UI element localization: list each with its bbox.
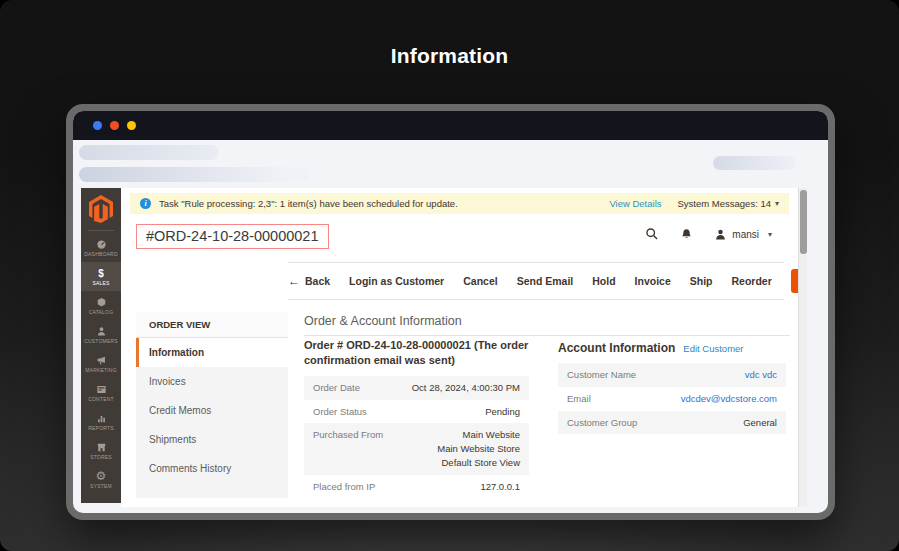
account-info-table: Customer Name vdc vdc Email vdcdev@vdcst…	[558, 363, 786, 434]
page-header: #ORD-24-10-28-00000021 mansi	[121, 214, 798, 262]
reports-icon	[96, 412, 107, 424]
nav-item-credit-memos[interactable]: Credit Memos	[136, 396, 288, 425]
nav-item-invoices[interactable]: Invoices	[136, 367, 288, 396]
customer-name-link[interactable]: vdc vdc	[745, 368, 777, 382]
row-label: Order Status	[313, 405, 367, 419]
page-title: Information	[0, 44, 899, 68]
row-label: Customer Name	[567, 368, 636, 382]
sidebar-item-marketing[interactable]: MARKETING	[81, 349, 121, 378]
sidebar-item-label: CUSTOMERS	[84, 338, 118, 344]
dashboard-icon	[96, 238, 107, 250]
admin-content: i Task "Rule processing: 2,3": 1 item(s)…	[121, 188, 798, 507]
sidebar-item-label: DASHBOARD	[84, 251, 117, 257]
nav-item-comments-history[interactable]: Comments History	[136, 454, 288, 483]
hold-button[interactable]: Hold	[592, 275, 615, 287]
row-value: Pending	[485, 405, 520, 419]
row-label: Customer Group	[567, 416, 637, 430]
edit-button[interactable]: Edit	[791, 269, 798, 293]
notification-bar: i Task "Rule processing: 2,3": 1 item(s)…	[130, 193, 789, 214]
skeleton-bar	[79, 145, 219, 160]
notification-text: Task "Rule processing: 2,3": 1 item(s) h…	[159, 198, 609, 209]
skeleton-bar	[79, 167, 309, 182]
order-info-table: Order Date Oct 28, 2024, 4:00:30 PM Orde…	[304, 376, 529, 499]
magento-logo-icon[interactable]	[89, 195, 113, 223]
cancel-button[interactable]: Cancel	[463, 275, 497, 287]
search-icon[interactable]	[645, 227, 659, 241]
row-value: 127.0.0.1	[480, 480, 520, 494]
sidebar-item-sales[interactable]: $ SALES	[81, 262, 121, 291]
row-value: General	[743, 416, 777, 430]
sidebar-item-label: CONTENT	[88, 396, 114, 402]
user-name: mansi	[732, 229, 759, 240]
nav-item-information[interactable]: Information	[136, 338, 288, 367]
browser-chrome	[73, 140, 828, 188]
account-info-title: Account Information	[558, 341, 675, 355]
info-icon: i	[140, 198, 151, 209]
table-row: Customer Group General	[558, 411, 786, 435]
ship-button[interactable]: Ship	[690, 275, 713, 287]
sidebar-item-label: SALES	[92, 280, 109, 286]
table-row: Placed from IP 127.0.0.1	[304, 475, 529, 499]
system-messages-label[interactable]: System Messages: 14	[678, 198, 771, 209]
invoice-button[interactable]: Invoice	[635, 275, 671, 287]
traffic-light-blue-icon[interactable]	[93, 121, 102, 130]
sidebar-item-label: REPORTS	[88, 425, 113, 431]
browser-window: DASHBOARD $ SALES CATALOG CUSTOME	[66, 104, 835, 520]
sidebar-item-catalog[interactable]: CATALOG	[81, 291, 121, 320]
login-as-customer-button[interactable]: Login as Customer	[349, 275, 444, 287]
scrollbar-thumb[interactable]	[800, 190, 807, 254]
magento-admin-screenshot: DASHBOARD $ SALES CATALOG CUSTOME	[81, 188, 807, 512]
admin-sidebar: DASHBOARD $ SALES CATALOG CUSTOME	[81, 188, 121, 503]
sidebar-item-stores[interactable]: STORES	[81, 436, 121, 465]
stores-icon	[96, 441, 107, 453]
order-confirmation-title: Order # ORD-24-10-28-00000021 (The order…	[304, 338, 529, 369]
order-view-title: ORDER VIEW	[136, 312, 288, 338]
row-label: Purchased From	[313, 428, 383, 469]
order-view-nav: ORDER VIEW Information Invoices Credit M…	[136, 312, 288, 498]
view-details-link[interactable]: View Details	[609, 198, 661, 209]
send-email-button[interactable]: Send Email	[517, 275, 574, 287]
sidebar-item-dashboard[interactable]: DASHBOARD	[81, 233, 121, 262]
sidebar-item-customers[interactable]: CUSTOMERS	[81, 320, 121, 349]
section-title: Order & Account Information	[304, 314, 790, 336]
window-titlebar	[73, 111, 828, 140]
sidebar-item-content[interactable]: CONTENT	[81, 378, 121, 407]
sidebar-item-label: SYSTEM	[90, 483, 112, 489]
sidebar-item-label: CATALOG	[89, 309, 114, 315]
sidebar-item-reports[interactable]: REPORTS	[81, 407, 121, 436]
scrollbar[interactable]	[798, 188, 807, 507]
table-row: Email vdcdev@vdcstore.com	[558, 387, 786, 411]
customers-icon	[96, 325, 107, 337]
order-actions-toolbar: ← Back Login as Customer Cancel Send Ema…	[288, 262, 784, 300]
row-label: Email	[567, 392, 591, 406]
nav-item-shipments[interactable]: Shipments	[136, 425, 288, 454]
marketing-icon	[96, 354, 107, 366]
edit-customer-link[interactable]: Edit Customer	[683, 343, 743, 354]
user-menu[interactable]: mansi ▾	[714, 228, 772, 241]
row-label: Placed from IP	[313, 480, 375, 494]
customer-email-link[interactable]: vdcdev@vdcstore.com	[681, 392, 777, 406]
sidebar-item-label: STORES	[90, 454, 112, 460]
row-value: Main Website Main Website Store Default …	[437, 428, 520, 469]
sidebar-item-label: MARKETING	[85, 367, 117, 373]
screenshot-stage: Information	[0, 0, 899, 551]
row-value: Oct 28, 2024, 4:00:30 PM	[412, 381, 520, 395]
sidebar-divider	[88, 230, 114, 231]
order-information-block: Order # ORD-24-10-28-00000021 (The order…	[304, 338, 529, 498]
back-arrow-icon: ←	[288, 274, 300, 288]
system-gear-icon: ⚙	[96, 470, 107, 482]
catalog-icon	[96, 296, 107, 308]
chevron-down-icon[interactable]: ▾	[775, 199, 779, 208]
traffic-light-yellow-icon[interactable]	[127, 121, 136, 130]
table-row: Purchased From Main Website Main Website…	[304, 423, 529, 474]
notifications-bell-icon[interactable]	[680, 228, 693, 241]
back-button[interactable]: ← Back	[288, 274, 330, 288]
traffic-light-red-icon[interactable]	[110, 121, 119, 130]
user-avatar-icon	[714, 228, 727, 241]
chevron-down-icon: ▾	[768, 230, 772, 239]
table-row: Order Status Pending	[304, 400, 529, 424]
table-row: Order Date Oct 28, 2024, 4:00:30 PM	[304, 376, 529, 400]
table-row: Customer Name vdc vdc	[558, 363, 786, 387]
reorder-button[interactable]: Reorder	[732, 275, 772, 287]
sidebar-item-system[interactable]: ⚙ SYSTEM	[81, 465, 121, 494]
